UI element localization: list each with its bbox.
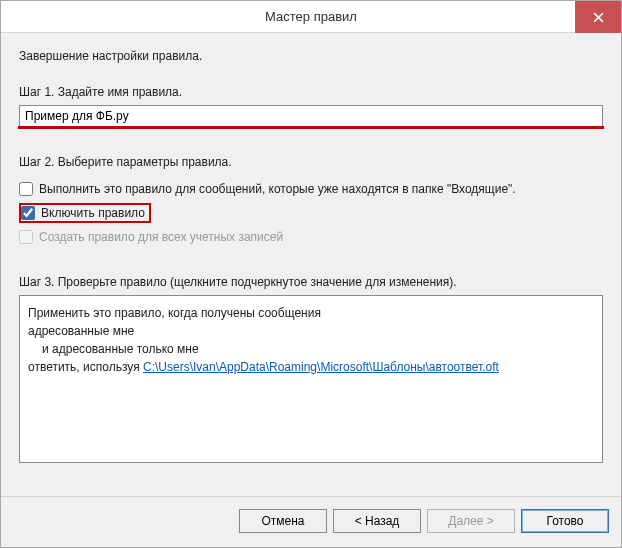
desc-line-2: адресованные мне [28,322,594,340]
option-all-accounts-label: Создать правило для всех учетных записей [39,230,283,244]
rule-description-box: Применить это правило, когда получены со… [19,295,603,463]
option-run-now-row: Выполнить это правило для сообщений, кот… [19,179,603,199]
desc-line-4-prefix: ответить, используя [28,360,143,374]
button-bar: Отмена < Назад Далее > Готово [1,496,621,547]
close-icon [593,12,604,23]
window-title: Мастер правил [1,9,621,24]
option-enable-row: Включить правило [19,203,603,223]
option-all-accounts-checkbox [19,230,33,244]
option-all-accounts-row: Создать правило для всех учетных записей [19,227,603,247]
option-run-now-label[interactable]: Выполнить это правило для сообщений, кот… [39,182,516,196]
close-button[interactable] [575,1,621,33]
next-button: Далее > [427,509,515,533]
option-enable-checkbox[interactable] [21,206,35,220]
step3-label: Шаг 3. Проверьте правило (щелкните подче… [19,275,603,289]
rules-wizard-window: Мастер правил Завершение настройки прави… [0,0,622,548]
desc-line-1: Применить это правило, когда получены со… [28,304,594,322]
finish-button[interactable]: Готово [521,509,609,533]
intro-text: Завершение настройки правила. [19,49,603,63]
option-enable-label[interactable]: Включить правило [41,206,145,220]
titlebar: Мастер правил [1,1,621,33]
desc-line-4: ответить, используя C:\Users\Ivan\AppDat… [28,358,594,376]
step2-options: Выполнить это правило для сообщений, кот… [19,175,603,247]
rule-name-input[interactable] [19,105,603,127]
rule-name-field-wrap [19,105,603,127]
dialog-content: Завершение настройки правила. Шаг 1. Зад… [1,33,621,496]
step2-label: Шаг 2. Выберите параметры правила. [19,155,603,169]
option-run-now-checkbox[interactable] [19,182,33,196]
back-button[interactable]: < Назад [333,509,421,533]
option-enable-highlight: Включить правило [19,203,151,223]
highlight-underline [18,126,604,129]
cancel-button[interactable]: Отмена [239,509,327,533]
template-path-link[interactable]: C:\Users\Ivan\AppData\Roaming\Microsoft\… [143,360,499,374]
desc-line-3: и адресованные только мне [28,340,594,358]
step1-label: Шаг 1. Задайте имя правила. [19,85,603,99]
